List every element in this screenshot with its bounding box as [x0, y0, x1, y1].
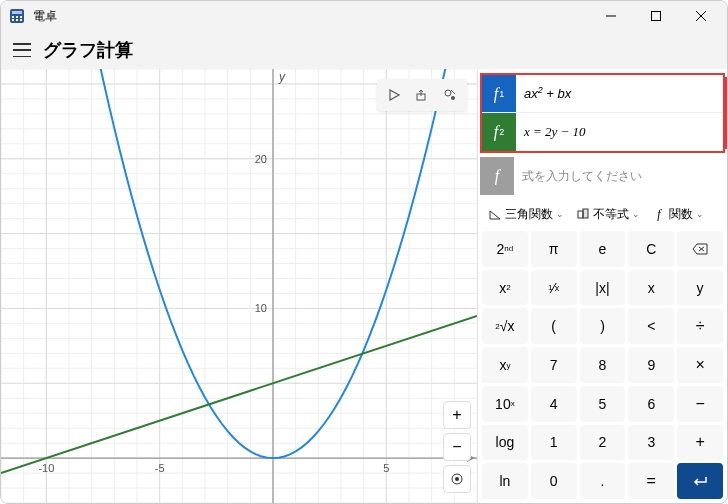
- share-button[interactable]: [409, 83, 435, 107]
- svg-line-83: [1, 316, 477, 473]
- equation-text-2[interactable]: x = 2y − 10: [516, 113, 723, 151]
- menu-button[interactable]: [13, 43, 31, 57]
- inequality-dropdown[interactable]: 不等式⌄: [572, 204, 644, 225]
- trig-dropdown[interactable]: 三角関数⌄: [484, 204, 568, 225]
- equation-badge-1[interactable]: f1: [482, 75, 516, 112]
- key-ln[interactable]: ln: [482, 463, 528, 499]
- equation-text-1[interactable]: ax2 + bx: [516, 75, 723, 112]
- key-log[interactable]: log: [482, 425, 528, 461]
- svg-rect-3: [16, 16, 18, 18]
- svg-text:5: 5: [383, 462, 389, 474]
- key-π[interactable]: π: [531, 231, 577, 267]
- zoom-in-button[interactable]: +: [443, 401, 471, 429]
- svg-point-87: [451, 96, 455, 100]
- maximize-button[interactable]: [633, 1, 678, 31]
- svg-rect-2: [12, 16, 14, 18]
- key-9[interactable]: 9: [628, 347, 674, 383]
- key-e[interactable]: e: [580, 231, 626, 267]
- svg-point-90: [455, 477, 459, 481]
- equation-badge-2[interactable]: f2: [482, 113, 516, 151]
- window-title: 電卓: [33, 8, 588, 25]
- key-×[interactable]: ×: [677, 347, 723, 383]
- equation-placeholder[interactable]: 式を入力してください: [514, 157, 725, 195]
- key-x[interactable]: x: [628, 270, 674, 306]
- minimize-button[interactable]: [588, 1, 633, 31]
- function-icon: f: [652, 207, 666, 221]
- svg-text:y: y: [278, 70, 286, 84]
- key-+[interactable]: +: [677, 425, 723, 461]
- key-⌫[interactable]: [677, 231, 723, 267]
- key-÷[interactable]: ÷: [677, 308, 723, 344]
- key-3[interactable]: 3: [628, 425, 674, 461]
- equation-list: f1 ax2 + bx f2 x = 2y − 10 f 式を入力してください: [478, 69, 727, 197]
- svg-marker-84: [390, 90, 399, 100]
- key-)[interactable]: ): [580, 308, 626, 344]
- zoom-controls: + −: [443, 401, 471, 493]
- key-8[interactable]: 8: [580, 347, 626, 383]
- key-y[interactable]: y: [677, 270, 723, 306]
- key-²√x[interactable]: 2√x: [482, 308, 528, 344]
- equation-badge-new[interactable]: f: [480, 157, 514, 195]
- svg-text:10: 10: [255, 302, 267, 314]
- key-−[interactable]: −: [677, 386, 723, 422]
- trace-button[interactable]: [381, 83, 407, 107]
- header: グラフ計算: [1, 31, 727, 69]
- svg-rect-1: [12, 11, 22, 14]
- key-C[interactable]: C: [628, 231, 674, 267]
- key-6[interactable]: 6: [628, 386, 674, 422]
- key-xʸ[interactable]: xy: [482, 347, 528, 383]
- key-.[interactable]: .: [580, 463, 626, 499]
- zoom-out-button[interactable]: −: [443, 433, 471, 461]
- mode-title: グラフ計算: [43, 38, 133, 62]
- key-2[interactable]: 2: [580, 425, 626, 461]
- graph-toolbar: [377, 79, 467, 111]
- svg-rect-9: [651, 12, 660, 21]
- key-x²[interactable]: x2: [482, 270, 528, 306]
- settings-button[interactable]: [437, 83, 463, 107]
- right-pane: f1 ax2 + bx f2 x = 2y − 10 f 式を入力してください …: [477, 69, 727, 503]
- key-=[interactable]: =: [628, 463, 674, 499]
- angle-icon: [488, 207, 502, 221]
- svg-rect-7: [20, 19, 22, 21]
- keypad: 2ndπeCx21⁄x|x|xy2√x()<÷xy789×10x456−log1…: [478, 231, 727, 503]
- svg-text:-10: -10: [38, 462, 54, 474]
- inequality-icon: [576, 207, 590, 221]
- key-0[interactable]: 0: [531, 463, 577, 499]
- app-icon: [9, 8, 25, 24]
- function-dropdown[interactable]: f 関数⌄: [648, 204, 708, 225]
- key-5[interactable]: 5: [580, 386, 626, 422]
- key-|x|[interactable]: |x|: [580, 270, 626, 306]
- svg-rect-91: [578, 211, 583, 218]
- svg-text:20: 20: [255, 153, 267, 165]
- key-↵[interactable]: [677, 463, 723, 499]
- svg-rect-6: [16, 19, 18, 21]
- svg-rect-5: [12, 19, 14, 21]
- key-2ⁿᵈ[interactable]: 2nd: [482, 231, 528, 267]
- equation-input-row[interactable]: f 式を入力してください: [480, 157, 725, 195]
- equation-highlight: f1 ax2 + bx f2 x = 2y − 10: [480, 73, 725, 153]
- svg-rect-4: [20, 16, 22, 18]
- key-1[interactable]: 1: [531, 425, 577, 461]
- key-10ˣ[interactable]: 10x: [482, 386, 528, 422]
- equation-row[interactable]: f1 ax2 + bx: [482, 75, 723, 113]
- recenter-button[interactable]: [443, 465, 471, 493]
- close-button[interactable]: [678, 1, 723, 31]
- key-7[interactable]: 7: [531, 347, 577, 383]
- key-<[interactable]: <: [628, 308, 674, 344]
- graph-canvas[interactable]: y-10-551020: [1, 69, 477, 503]
- graph-pane[interactable]: y-10-551020 + −: [1, 69, 477, 503]
- equation-row[interactable]: f2 x = 2y − 10: [482, 113, 723, 151]
- svg-text:-5: -5: [155, 462, 165, 474]
- svg-point-86: [445, 90, 451, 96]
- svg-rect-92: [583, 209, 588, 218]
- key-4[interactable]: 4: [531, 386, 577, 422]
- key-¹⁄ₓ[interactable]: 1⁄x: [531, 270, 577, 306]
- titlebar: 電卓: [1, 1, 727, 31]
- key-([interactable]: (: [531, 308, 577, 344]
- svg-line-88: [451, 90, 455, 94]
- dropdown-bar: 三角関数⌄ 不等式⌄ f 関数⌄: [478, 197, 727, 231]
